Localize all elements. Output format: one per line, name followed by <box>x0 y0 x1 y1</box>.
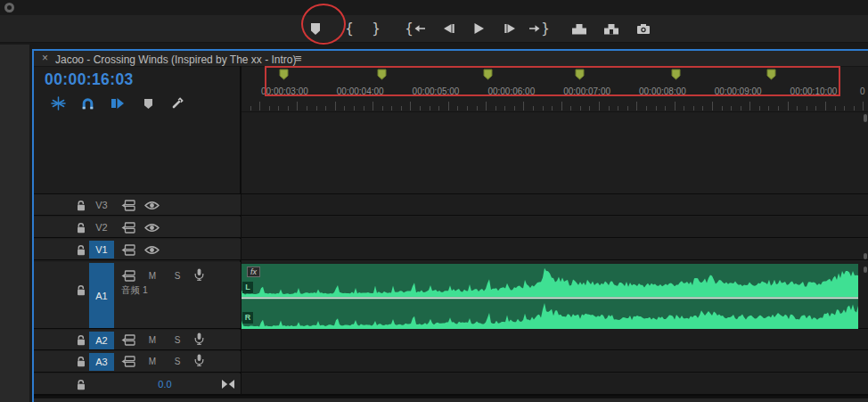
ruler-tick <box>684 106 684 111</box>
left-channel-badge: L <box>242 282 253 293</box>
fx-badge[interactable]: fx <box>247 267 260 277</box>
ruler-tick <box>825 102 826 111</box>
premiere-timeline-screenshot: { } { } × <box>0 0 868 402</box>
lock-icon[interactable] <box>76 222 86 234</box>
video-track-header-v3 <box>34 194 241 216</box>
lift-button[interactable] <box>567 17 592 40</box>
track-label[interactable]: 音频 1 <box>121 284 148 297</box>
ruler-tick <box>863 102 864 111</box>
sync-lock-icon[interactable] <box>121 356 135 367</box>
lock-icon[interactable] <box>76 200 86 211</box>
ruler-tick <box>420 106 421 111</box>
ruler-tick <box>391 106 392 111</box>
track-name-v2[interactable]: V2 <box>89 218 114 236</box>
panel-tab-title[interactable]: Jacoo - Crossing Winds (Inspired by The … <box>55 53 297 66</box>
add-marker-icon <box>310 22 321 36</box>
video-track-header-v1 <box>34 239 241 260</box>
ruler-tick <box>722 106 723 111</box>
sequence-marker-icon[interactable] <box>279 68 289 84</box>
track-name-a2[interactable]: A2 <box>89 332 114 349</box>
go-to-in-button[interactable]: { <box>401 17 430 40</box>
mute-button[interactable]: M <box>146 357 159 366</box>
solo-button[interactable]: S <box>171 335 184 345</box>
ruler-tick <box>514 106 515 111</box>
sequence-marker-icon[interactable] <box>377 68 387 84</box>
track-name-v3[interactable]: V3 <box>89 196 114 214</box>
ruler-tick <box>636 102 637 111</box>
video-track-content-v3 <box>242 194 868 216</box>
solo-button[interactable]: S <box>171 271 184 281</box>
nest-sequences-button[interactable] <box>47 94 69 112</box>
ruler-tick <box>382 106 383 111</box>
export-frame-camera-icon <box>636 23 651 35</box>
ruler-tick <box>627 106 628 111</box>
export-frame-button[interactable] <box>631 17 656 40</box>
panel-close-button[interactable]: × <box>42 53 48 63</box>
mark-out-icon: } <box>372 22 381 36</box>
ruler-tick <box>835 106 836 111</box>
extract-button[interactable] <box>599 17 624 40</box>
toggle-track-output-eye-icon[interactable] <box>144 245 160 255</box>
track-name-a3[interactable]: A3 <box>89 353 114 371</box>
lock-icon[interactable] <box>76 244 86 256</box>
ruler-tick <box>561 102 562 111</box>
sequence-marker-icon[interactable] <box>575 68 585 84</box>
sync-lock-icon[interactable] <box>121 222 135 234</box>
sequence-marker-icon[interactable] <box>483 68 493 84</box>
sync-lock-icon[interactable] <box>121 270 135 282</box>
mute-button[interactable]: M <box>146 335 159 345</box>
ruler-tick <box>288 106 289 111</box>
step-back-button[interactable] <box>436 17 461 40</box>
ruler-tick <box>457 106 458 111</box>
video-track-header-v2 <box>34 217 241 238</box>
ruler-tick <box>401 106 402 111</box>
playhead-timecode[interactable]: 00:00:16:03 <box>45 70 134 89</box>
track-name-v1[interactable]: V1 <box>89 241 114 258</box>
track-resize-handle[interactable] <box>864 253 867 259</box>
voiceover-record-mic-icon[interactable] <box>194 354 204 366</box>
arrow-left-icon <box>414 24 426 33</box>
voiceover-record-mic-icon[interactable] <box>194 268 204 281</box>
scrollbar-handle[interactable] <box>864 114 867 122</box>
go-to-out-button[interactable]: } <box>525 17 553 40</box>
sync-lock-icon[interactable] <box>121 200 135 211</box>
toggle-track-output-eye-icon[interactable] <box>144 223 160 233</box>
time-ruler[interactable]: 00:00:03:0000:00:04:0000:00:05:0000:00:0… <box>241 66 868 111</box>
ruler-tick <box>609 106 610 111</box>
sequence-add-marker-button[interactable] <box>137 94 159 112</box>
timeline-settings-button[interactable] <box>167 94 188 112</box>
ruler-tick <box>712 102 713 111</box>
ruler-tick <box>589 106 590 111</box>
sequence-marker-icon[interactable] <box>671 68 681 84</box>
ruler-tick <box>618 106 618 111</box>
snap-button[interactable] <box>77 94 98 112</box>
sync-lock-icon[interactable] <box>121 334 135 346</box>
mark-out-button[interactable]: } <box>364 17 389 40</box>
toggle-track-output-eye-icon[interactable] <box>144 201 160 210</box>
master-gain-value[interactable]: 0.0 <box>143 379 187 390</box>
play-icon <box>473 22 485 35</box>
track-name-a1[interactable]: A1 <box>89 263 114 328</box>
panel-menu-icon[interactable]: ≡ <box>295 52 302 65</box>
lock-icon[interactable] <box>76 356 86 367</box>
lock-icon[interactable] <box>76 334 86 346</box>
voiceover-record-mic-icon[interactable] <box>194 332 204 345</box>
solo-button[interactable]: S <box>171 357 184 366</box>
add-marker-button[interactable] <box>303 17 328 40</box>
mute-button[interactable]: M <box>146 271 159 281</box>
track-resize-handle[interactable] <box>864 267 867 273</box>
ruler-tick <box>552 106 553 111</box>
linked-selection-button[interactable] <box>107 94 128 112</box>
master-meter-bowtie-icon[interactable] <box>221 379 235 390</box>
audio-clip[interactable]: fx L R <box>242 264 858 329</box>
sequence-marker-icon[interactable] <box>766 68 776 84</box>
play-button[interactable] <box>466 17 491 40</box>
sync-lock-icon[interactable] <box>121 244 135 256</box>
lock-icon[interactable] <box>76 379 86 390</box>
ruler-tick <box>344 106 345 111</box>
mark-in-button[interactable]: { <box>337 17 362 40</box>
ruler-tick <box>504 106 505 111</box>
mark-in-icon: { <box>345 22 354 36</box>
step-forward-button[interactable] <box>497 17 522 40</box>
lock-icon[interactable] <box>76 284 86 296</box>
